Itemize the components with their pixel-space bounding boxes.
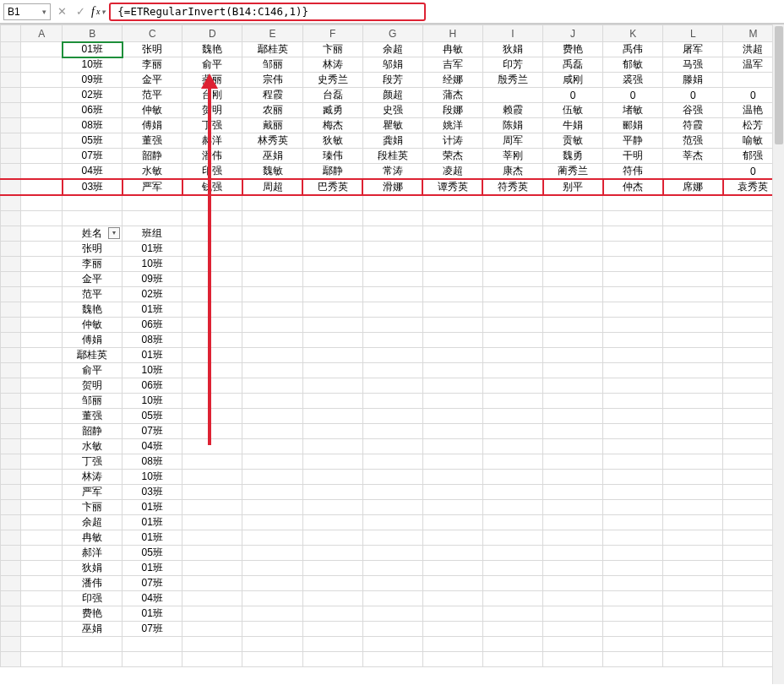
cell[interactable] bbox=[543, 636, 603, 651]
cell[interactable]: 冉敏 bbox=[422, 42, 482, 57]
cell[interactable]: 郝洋 bbox=[182, 133, 242, 149]
cell[interactable]: 康杰 bbox=[482, 164, 542, 180]
cell[interactable] bbox=[182, 362, 242, 378]
cell[interactable] bbox=[482, 286, 542, 302]
row-header[interactable] bbox=[1, 241, 21, 256]
cell[interactable] bbox=[362, 499, 422, 514]
cell[interactable] bbox=[63, 195, 122, 210]
cell[interactable]: 仲杰 bbox=[603, 179, 663, 195]
cell[interactable] bbox=[543, 469, 603, 484]
cell[interactable] bbox=[603, 302, 663, 317]
cell[interactable]: 01班 bbox=[122, 514, 182, 530]
cell[interactable] bbox=[603, 560, 663, 575]
cell[interactable] bbox=[422, 438, 482, 454]
cell[interactable] bbox=[362, 408, 422, 423]
cell[interactable] bbox=[21, 545, 63, 560]
row-header[interactable] bbox=[1, 210, 21, 226]
cell[interactable]: 丁强 bbox=[182, 118, 242, 133]
cell[interactable]: 印强 bbox=[182, 164, 242, 180]
cell[interactable] bbox=[422, 636, 482, 651]
cell[interactable] bbox=[21, 73, 63, 88]
cell[interactable] bbox=[182, 332, 242, 347]
cell[interactable]: 史强 bbox=[362, 103, 422, 118]
select-all-corner[interactable] bbox=[1, 25, 21, 42]
cell[interactable]: 马强 bbox=[663, 57, 723, 73]
cell[interactable] bbox=[242, 621, 302, 636]
cell[interactable] bbox=[482, 302, 542, 317]
cell[interactable] bbox=[21, 195, 63, 210]
cell[interactable] bbox=[603, 636, 663, 651]
cell[interactable] bbox=[663, 514, 723, 530]
row-header[interactable] bbox=[1, 42, 21, 57]
cell[interactable] bbox=[543, 362, 603, 378]
cell[interactable] bbox=[663, 560, 723, 575]
cell[interactable] bbox=[603, 530, 663, 545]
cell[interactable] bbox=[21, 606, 63, 621]
cell[interactable] bbox=[242, 590, 302, 606]
cell[interactable] bbox=[603, 651, 663, 666]
row-header[interactable] bbox=[1, 590, 21, 606]
cell[interactable]: 金平 bbox=[122, 73, 182, 88]
cell[interactable]: 04班 bbox=[63, 164, 122, 180]
vertical-scrollbar[interactable] bbox=[772, 24, 784, 684]
cell[interactable] bbox=[182, 438, 242, 454]
cell[interactable] bbox=[422, 606, 482, 621]
row-header[interactable] bbox=[1, 545, 21, 560]
cell[interactable] bbox=[482, 408, 542, 423]
cell[interactable] bbox=[362, 241, 422, 256]
scrollbar-thumb[interactable] bbox=[775, 26, 783, 144]
cell[interactable] bbox=[482, 88, 542, 103]
cell[interactable] bbox=[21, 103, 63, 118]
cell[interactable] bbox=[182, 256, 242, 271]
row-header[interactable] bbox=[1, 454, 21, 469]
cell[interactable] bbox=[302, 378, 362, 393]
cell[interactable] bbox=[362, 621, 422, 636]
cell[interactable] bbox=[482, 241, 542, 256]
cell[interactable] bbox=[543, 226, 603, 241]
row-header[interactable] bbox=[1, 256, 21, 271]
cell[interactable]: 08班 bbox=[63, 118, 122, 133]
column-header[interactable]: I bbox=[482, 25, 542, 42]
cell[interactable]: 0 bbox=[543, 88, 603, 103]
cell[interactable]: 04班 bbox=[122, 438, 182, 454]
cell[interactable] bbox=[362, 530, 422, 545]
cell[interactable] bbox=[302, 651, 362, 666]
cell[interactable]: 堵敏 bbox=[603, 103, 663, 118]
cell[interactable] bbox=[242, 438, 302, 454]
cell[interactable] bbox=[21, 454, 63, 469]
cell[interactable] bbox=[663, 302, 723, 317]
cell[interactable]: 俞平 bbox=[182, 57, 242, 73]
cell[interactable] bbox=[302, 256, 362, 271]
cell[interactable] bbox=[302, 560, 362, 575]
cell[interactable] bbox=[182, 378, 242, 393]
cell[interactable]: 瑧伟 bbox=[302, 149, 362, 164]
cell[interactable] bbox=[242, 469, 302, 484]
cell[interactable] bbox=[603, 378, 663, 393]
cell[interactable] bbox=[663, 454, 723, 469]
cell[interactable] bbox=[543, 545, 603, 560]
cell[interactable] bbox=[663, 621, 723, 636]
cell[interactable] bbox=[242, 378, 302, 393]
cell[interactable] bbox=[242, 545, 302, 560]
cell[interactable] bbox=[302, 530, 362, 545]
cell[interactable] bbox=[182, 575, 242, 590]
cell[interactable]: 冉敏 bbox=[63, 530, 122, 545]
cell[interactable] bbox=[122, 210, 182, 226]
cell[interactable]: 卞丽 bbox=[63, 499, 122, 514]
cell[interactable] bbox=[302, 393, 362, 408]
cell[interactable] bbox=[543, 408, 603, 423]
cell[interactable] bbox=[663, 438, 723, 454]
cell[interactable] bbox=[362, 226, 422, 241]
cell[interactable] bbox=[21, 590, 63, 606]
cell[interactable] bbox=[362, 256, 422, 271]
cell[interactable] bbox=[21, 575, 63, 590]
cell[interactable] bbox=[242, 271, 302, 286]
cell[interactable] bbox=[482, 378, 542, 393]
cell[interactable] bbox=[302, 454, 362, 469]
cell[interactable] bbox=[603, 347, 663, 362]
cell[interactable] bbox=[182, 226, 242, 241]
cell[interactable]: 咸刚 bbox=[543, 73, 603, 88]
cell[interactable] bbox=[182, 484, 242, 499]
cell[interactable] bbox=[482, 256, 542, 271]
cell[interactable] bbox=[543, 590, 603, 606]
